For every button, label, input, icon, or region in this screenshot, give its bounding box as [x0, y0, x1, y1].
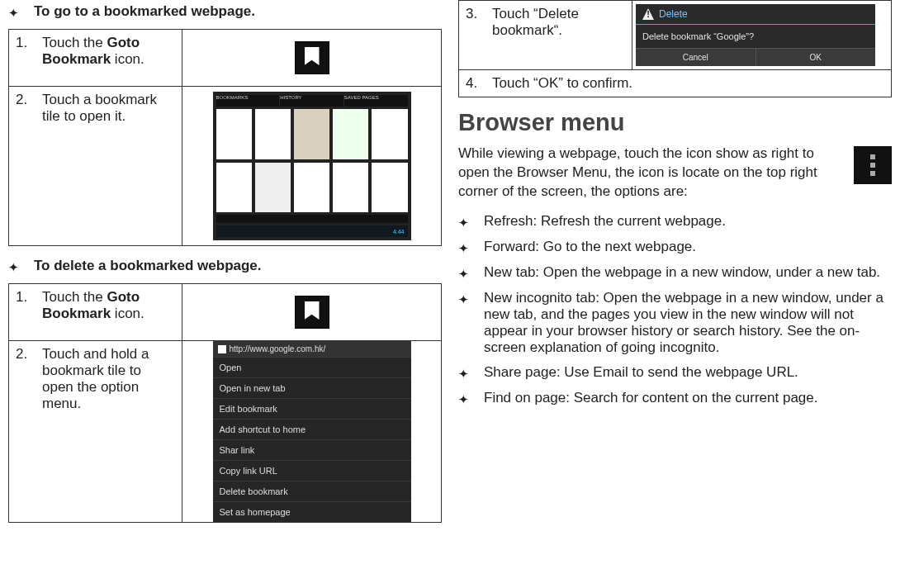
- menu-option-refresh: ✦ Refresh: Refresh the current webpage.: [458, 213, 892, 230]
- delete-dialog-screenshot: !Delete Delete bookmark “Google”? Cancel…: [636, 4, 875, 66]
- goto-step2-text: Touch a bookmark tile to open it.: [42, 92, 175, 125]
- step-number: 1.: [16, 289, 31, 322]
- star-icon: ✦: [8, 6, 19, 21]
- star-icon: ✦: [458, 392, 469, 407]
- heading-goto-bookmark: ✦ To go to a bookmarked webpage.: [8, 3, 442, 21]
- star-icon: ✦: [458, 241, 469, 256]
- del-step3-text: Touch “Delete bookmark“.: [492, 6, 625, 39]
- dialog-cancel-button: Cancel: [636, 48, 756, 66]
- bookmark-icon: ★: [295, 41, 329, 74]
- star-icon: ✦: [458, 216, 469, 230]
- menu-option-share: ✦ Share page: Use Email to send the webp…: [458, 364, 892, 382]
- bookmark-icon: ★: [295, 296, 329, 329]
- step-number: 3.: [466, 6, 481, 39]
- overflow-icon: [854, 146, 892, 184]
- star-icon: ✦: [458, 292, 469, 307]
- menu-option-forward: ✦ Forward: Go to the next webpage.: [458, 239, 892, 256]
- step-number: 1.: [16, 35, 31, 68]
- del-step2-text: Touch and hold a bookmark tile to open t…: [42, 346, 175, 412]
- step-number: 2.: [16, 92, 31, 125]
- delete-steps-table-cont: 3. Touch “Delete bookmark“. !Delete Dele…: [458, 0, 892, 97]
- browser-menu-heading: Browser menu: [458, 109, 892, 136]
- step-number: 2.: [16, 346, 31, 412]
- del-step4-text: Touch “OK” to confirm.: [492, 75, 884, 92]
- browser-menu-intro-block: While viewing a webpage, touch the icon …: [458, 145, 892, 202]
- browser-menu-intro-text: While viewing a webpage, touch the icon …: [458, 145, 817, 199]
- menu-option-find: ✦ Find on page: Search for content on th…: [458, 390, 892, 407]
- star-icon: ✦: [458, 267, 469, 282]
- warning-icon: !: [642, 8, 654, 20]
- menu-option-incognito: ✦ New incognito tab: Open the webpage in…: [458, 290, 892, 356]
- goto-steps-table: 1. Touch the Goto Bookmark icon. ★ 2. To…: [8, 29, 442, 246]
- del-step1-text: Touch the Goto Bookmark icon.: [42, 289, 175, 322]
- dialog-ok-button: OK: [756, 48, 876, 66]
- heading-delete-bookmark: ✦ To delete a bookmarked webpage.: [8, 258, 442, 275]
- star-icon: ✦: [8, 260, 19, 275]
- step-number: 4.: [466, 75, 481, 92]
- heading-text: To delete a bookmarked webpage.: [34, 258, 442, 274]
- menu-option-newtab: ✦ New tab: Open the webpage in a new win…: [458, 264, 892, 282]
- heading-text: To go to a bookmarked webpage.: [34, 3, 442, 20]
- goto-step1-text: Touch the Goto Bookmark icon.: [42, 35, 175, 68]
- delete-steps-table: 1. Touch the Goto Bookmark icon. ★ 2. To…: [8, 283, 442, 523]
- bookmark-tiles-screenshot: BOOKMARKS HISTORY SAVED PAGES 4:44: [213, 92, 411, 240]
- star-icon: ✦: [458, 367, 469, 382]
- context-menu-screenshot: http://www.google.com.hk/ Open Open in n…: [213, 341, 411, 522]
